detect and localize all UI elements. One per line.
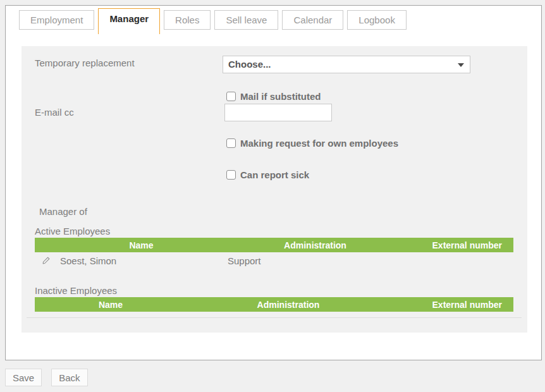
column-header-external-number: External number	[405, 240, 513, 250]
mail-if-substituted-label: Mail if substituted	[240, 91, 321, 102]
active-employees-table: Name Administration External number Soes…	[35, 238, 513, 269]
tab-bar: Employment Manager Roles Sell leave Cale…	[19, 8, 407, 34]
manager-of-title: Manager of	[39, 206, 87, 217]
making-request-checkbox[interactable]	[226, 138, 236, 148]
mail-if-substituted-checkbox[interactable]	[226, 92, 236, 101]
tab-employment[interactable]: Employment	[19, 10, 94, 30]
table-header-row: Name Administration External number	[35, 238, 513, 252]
save-button[interactable]: Save	[5, 369, 42, 386]
tab-logbook[interactable]: Logbook	[347, 10, 407, 30]
temporary-replacement-selected-value: Choose...	[228, 59, 271, 70]
main-window: Employment Manager Roles Sell leave Cale…	[5, 5, 542, 360]
footer-actions: Save Back	[5, 369, 88, 386]
tab-sell-leave[interactable]: Sell leave	[214, 10, 278, 30]
inactive-employees-title: Inactive Employees	[35, 285, 117, 296]
inactive-employees-table: Name Administration External number	[35, 297, 513, 312]
back-button[interactable]: Back	[51, 369, 87, 386]
employee-administration-cell: Support	[225, 255, 405, 266]
tab-roles[interactable]: Roles	[164, 10, 211, 30]
column-header-external-number: External number	[390, 300, 513, 310]
active-employees-title: Active Employees	[35, 226, 110, 236]
tab-calendar[interactable]: Calendar	[282, 10, 343, 30]
column-header-administration: Administration	[225, 240, 405, 250]
pencil-icon[interactable]	[42, 257, 50, 264]
table-header-row: Name Administration External number	[35, 297, 513, 312]
can-report-sick-label: Can report sick	[240, 169, 309, 180]
making-request-label: Making request for own employees	[240, 138, 398, 149]
temporary-replacement-select[interactable]: Choose...	[223, 56, 470, 73]
table-row: Soest, Simon Support	[35, 252, 513, 269]
manager-form-panel: Temporary replacement Choose... Mail if …	[21, 46, 527, 333]
chevron-down-icon	[458, 63, 464, 67]
column-header-name: Name	[58, 240, 225, 250]
section-divider	[27, 317, 522, 318]
can-report-sick-checkbox[interactable]	[226, 170, 236, 180]
column-header-name: Name	[35, 300, 187, 310]
tab-manager[interactable]: Manager	[98, 8, 160, 34]
email-cc-input[interactable]	[224, 104, 332, 121]
column-header-administration: Administration	[187, 300, 390, 310]
temporary-replacement-label: Temporary replacement	[35, 58, 135, 68]
employee-name-cell: Soest, Simon	[58, 255, 225, 266]
email-cc-label: E-mail cc	[35, 107, 74, 118]
